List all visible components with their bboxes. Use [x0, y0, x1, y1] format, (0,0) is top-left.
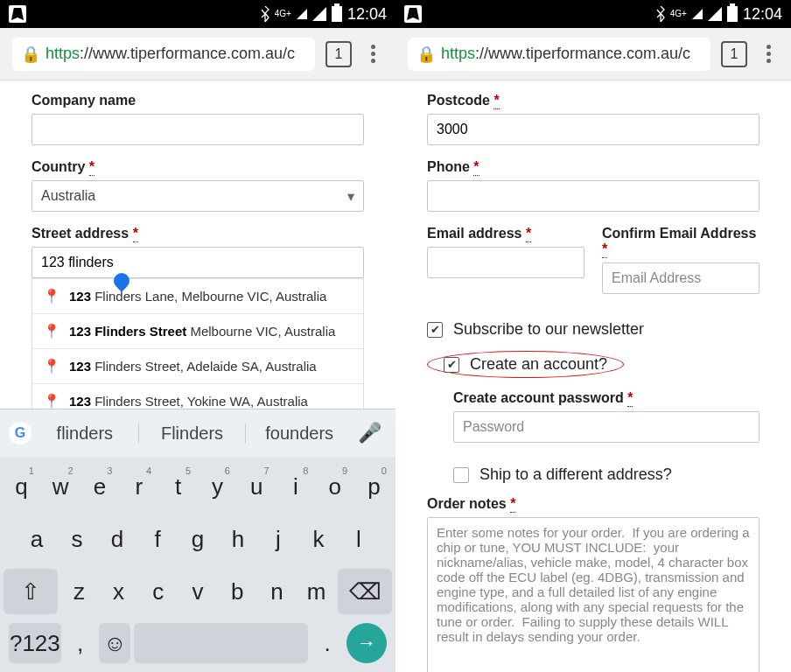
- battery-icon: [332, 6, 342, 22]
- key-n[interactable]: n: [259, 569, 295, 614]
- street-input[interactable]: [32, 247, 364, 278]
- kb-suggestion[interactable]: flinders: [32, 424, 138, 444]
- key-a[interactable]: a: [18, 516, 55, 562]
- bluetooth-icon: [261, 6, 270, 22]
- create-account-label[interactable]: Create an account?: [470, 355, 607, 374]
- checkbox-empty-icon[interactable]: [453, 467, 469, 483]
- google-icon[interactable]: G: [9, 422, 32, 444]
- label-street: Street address *: [32, 226, 364, 242]
- overflow-menu[interactable]: [362, 45, 383, 63]
- key-k[interactable]: k: [300, 516, 337, 562]
- emoji-key[interactable]: ☺: [99, 623, 130, 663]
- postcode-input[interactable]: [427, 114, 760, 145]
- key-r[interactable]: 4r: [121, 464, 157, 509]
- url-https: https: [46, 45, 80, 63]
- checkbox-checked-icon[interactable]: ✔: [427, 322, 443, 338]
- checkout-form-left: Company name Country * Australia ▾ Stree…: [0, 80, 396, 454]
- password-input[interactable]: [453, 411, 760, 443]
- symbols-key[interactable]: ?123: [9, 623, 61, 663]
- key-m[interactable]: m: [298, 569, 334, 614]
- key-z[interactable]: z: [61, 569, 97, 614]
- key-f[interactable]: f: [139, 516, 176, 562]
- keyboard: G flinders Flinders founders 🎤 1q 2w 3e …: [0, 410, 396, 672]
- browser-bar: 🔒 https://www.tiperformance.com.au/c 1: [396, 28, 791, 80]
- order-notes-textarea[interactable]: [427, 517, 760, 672]
- key-h[interactable]: h: [220, 516, 256, 562]
- ship-different-row[interactable]: Ship to a different address?: [427, 466, 760, 484]
- clock: 12:04: [743, 5, 782, 24]
- url-bar[interactable]: 🔒 https://www.tiperformance.com.au/c: [408, 38, 710, 71]
- country-value: Australia: [41, 188, 95, 204]
- key-p[interactable]: 0p: [356, 464, 392, 509]
- label-password: Create account password *: [453, 390, 760, 406]
- comma-key[interactable]: ,: [65, 623, 96, 663]
- phone-right: 4G+ 12:04 🔒 https://www.tiperformance.co…: [396, 0, 791, 672]
- url-rest: ://www.tiperformance.com.au/c: [80, 45, 295, 63]
- checkout-form-right: Postcode * Phone * Email address * Confi…: [396, 80, 791, 672]
- key-l[interactable]: l: [340, 516, 377, 562]
- label-country: Country *: [32, 159, 364, 175]
- label-postcode: Postcode *: [427, 93, 760, 108]
- suggestion[interactable]: 📍123 Flinders Lane, Melbourne VIC, Austr…: [32, 278, 363, 313]
- key-t[interactable]: 5t: [160, 464, 196, 509]
- phone-left: 4G+ 12:04 🔒 https://www.tiperformance.co…: [0, 0, 396, 672]
- key-u[interactable]: 7u: [239, 464, 275, 509]
- key-x[interactable]: x: [101, 569, 136, 614]
- pin-icon: 📍: [43, 358, 60, 374]
- key-j[interactable]: j: [260, 516, 297, 562]
- key-o[interactable]: 9o: [317, 464, 353, 509]
- pin-icon: 📍: [43, 393, 60, 410]
- kb-suggestion[interactable]: Flinders: [138, 424, 246, 444]
- email-input[interactable]: [427, 247, 584, 278]
- tab-count[interactable]: 1: [721, 41, 747, 67]
- backspace-key[interactable]: ⌫: [338, 569, 392, 614]
- chevron-down-icon: ▾: [347, 188, 354, 205]
- key-w[interactable]: 2w: [43, 464, 79, 509]
- newsletter-row[interactable]: ✔ Subscribe to our newsletter: [427, 320, 760, 339]
- suggestion[interactable]: 📍123 Flinders Street, Adelaide SA, Austr…: [32, 348, 363, 383]
- tab-count[interactable]: 1: [326, 41, 352, 67]
- phone-input[interactable]: [427, 180, 760, 212]
- signal-icon-1: [297, 9, 307, 19]
- key-i[interactable]: 8i: [278, 464, 314, 509]
- period-key[interactable]: .: [312, 623, 343, 663]
- newsletter-label: Subscribe to our newsletter: [453, 320, 644, 339]
- label-order-notes: Order notes *: [427, 496, 760, 512]
- pin-icon: 📍: [43, 288, 60, 304]
- gallery-icon: [9, 5, 26, 23]
- kb-suggestion[interactable]: founders: [245, 424, 353, 444]
- bluetooth-icon: [656, 6, 665, 22]
- key-e[interactable]: 3e: [82, 464, 118, 509]
- key-c[interactable]: c: [140, 569, 176, 614]
- key-d[interactable]: d: [99, 516, 136, 562]
- label-email: Email address *: [427, 226, 584, 242]
- checkbox-checked-icon[interactable]: ✔: [444, 357, 459, 373]
- status-bar: 4G+ 12:04: [396, 0, 791, 28]
- clock: 12:04: [347, 5, 387, 24]
- lock-icon: 🔒: [416, 45, 436, 64]
- browser-bar: 🔒 https://www.tiperformance.com.au/c 1: [0, 28, 396, 80]
- key-b[interactable]: b: [220, 569, 256, 614]
- company-input[interactable]: [32, 114, 364, 145]
- url-bar[interactable]: 🔒 https://www.tiperformance.com.au/c: [12, 38, 315, 71]
- mic-icon[interactable]: 🎤: [353, 422, 387, 444]
- key-g[interactable]: g: [179, 516, 216, 562]
- key-q[interactable]: 1q: [4, 464, 39, 509]
- battery-icon: [727, 6, 738, 22]
- key-s[interactable]: s: [59, 516, 95, 562]
- space-key[interactable]: [134, 623, 308, 663]
- confirm-email-input[interactable]: [602, 262, 760, 294]
- url-rest: ://www.tiperformance.com.au/c: [475, 45, 690, 63]
- shift-key[interactable]: ⇧: [4, 569, 58, 614]
- overflow-menu[interactable]: [758, 45, 779, 63]
- label-phone: Phone *: [427, 159, 760, 175]
- suggestion[interactable]: 📍123 Flinders Street Melbourne VIC, Aust…: [32, 313, 363, 348]
- key-y[interactable]: 6y: [200, 464, 235, 509]
- lock-icon: 🔒: [21, 45, 40, 64]
- country-select[interactable]: Australia ▾: [32, 180, 364, 212]
- enter-key[interactable]: →: [346, 623, 387, 663]
- gallery-icon: [404, 5, 422, 23]
- pin-icon: 📍: [43, 323, 60, 340]
- key-v[interactable]: v: [179, 569, 215, 614]
- network-icon: 4G+: [275, 10, 291, 18]
